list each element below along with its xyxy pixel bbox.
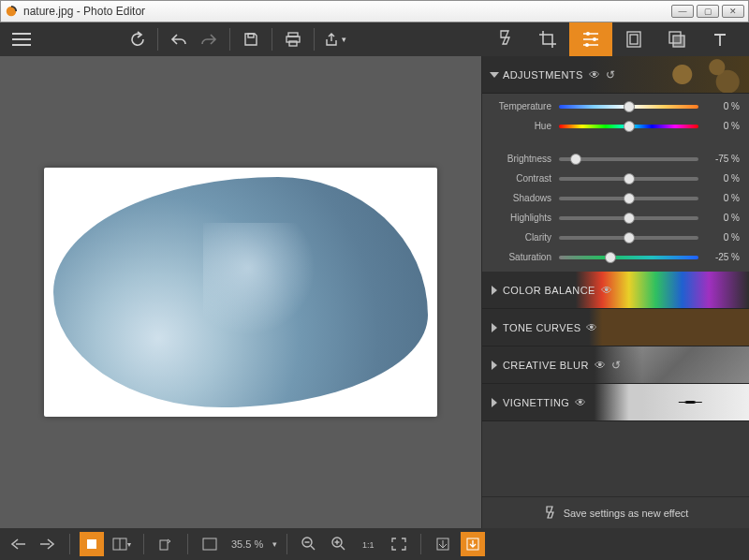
zoom-value: 35.5 % — [228, 538, 267, 550]
save-button[interactable] — [236, 26, 266, 52]
undo-button[interactable] — [164, 26, 194, 52]
tool-tab-effects[interactable] — [483, 22, 526, 56]
section-vignetting[interactable]: VIGNETTING👁 — [482, 384, 749, 421]
slider-thumb[interactable] — [624, 232, 635, 243]
apply-button[interactable] — [431, 532, 455, 556]
tool-tab-overlay[interactable] — [655, 22, 698, 56]
fullscreen-button[interactable] — [387, 532, 411, 556]
slider-value: 0 % — [706, 193, 740, 203]
tool-tab-adjust[interactable] — [569, 22, 612, 56]
slider-value: 0 % — [706, 173, 740, 184]
slider-label: Temperature — [492, 101, 551, 111]
slider-value: 0 % — [706, 213, 740, 223]
minimize-button[interactable]: — — [671, 5, 694, 18]
zoom-dropdown-icon[interactable]: ▾ — [272, 539, 277, 549]
rotate-button[interactable] — [154, 532, 178, 556]
section-tone-curves[interactable]: TONE CURVES👁 — [482, 309, 749, 346]
section-adjustments[interactable]: ADJUSTMENTS 👁 ↺ — [482, 56, 749, 94]
svg-rect-9 — [630, 35, 638, 44]
tool-tab-text[interactable] — [698, 22, 742, 56]
slider-track-highlights[interactable] — [559, 216, 698, 220]
chevron-right-icon — [492, 323, 497, 332]
share-button[interactable]: ▾ — [320, 26, 350, 52]
save-as-effect-button[interactable]: Save settings as new effect — [482, 496, 749, 528]
chevron-right-icon — [492, 361, 497, 370]
adjustments-controls: Temperature 0 % Hue 0 % Brightness -75 %… — [482, 94, 749, 272]
svg-point-6 — [593, 37, 596, 41]
compare-button[interactable]: ▾ — [110, 532, 134, 556]
flask-icon — [543, 505, 556, 522]
slider-brightness: Brightness -75 % — [492, 154, 740, 164]
slider-thumb[interactable] — [624, 101, 635, 112]
image-canvas[interactable] — [44, 168, 437, 417]
slider-track-temperature[interactable] — [559, 105, 698, 109]
thumb-view-button[interactable] — [80, 532, 104, 556]
titlebar: nature.jpg - Photo Editor — ▢ ✕ — [0, 0, 749, 22]
section-label: VIGNETTING — [503, 397, 569, 408]
eye-icon[interactable]: 👁 — [601, 284, 612, 297]
zoom-out-button[interactable] — [297, 532, 321, 556]
slider-label: Hue — [492, 121, 551, 131]
section-label: COLOR BALANCE — [503, 285, 595, 296]
slider-track-clarity[interactable] — [559, 236, 698, 240]
slider-track-saturation[interactable] — [559, 256, 698, 259]
svg-point-5 — [586, 32, 590, 36]
section-color-balance[interactable]: COLOR BALANCE👁 — [482, 272, 749, 309]
eye-icon[interactable]: 👁 — [589, 68, 600, 81]
svg-point-7 — [585, 43, 589, 47]
canvas-wrap — [0, 56, 481, 528]
section-creative-blur[interactable]: CREATIVE BLUR👁↺ — [482, 346, 749, 384]
undo-all-button[interactable] — [122, 26, 152, 52]
slider-thumb[interactable] — [624, 173, 635, 184]
export-button[interactable] — [461, 532, 485, 556]
slider-value: 0 % — [706, 101, 740, 111]
photo-preview — [53, 177, 428, 407]
chevron-down-icon — [490, 72, 499, 78]
slider-thumb[interactable] — [624, 213, 635, 224]
slider-thumb[interactable] — [570, 154, 581, 165]
redo-button[interactable] — [194, 26, 224, 52]
next-image-button[interactable] — [36, 532, 60, 556]
slider-shadows: Shadows 0 % — [492, 193, 740, 203]
divider — [314, 28, 315, 51]
divider — [157, 28, 158, 51]
save-as-effect-label: Save settings as new effect — [564, 508, 689, 519]
slider-thumb[interactable] — [605, 252, 616, 263]
content-area: ADJUSTMENTS 👁 ↺ Temperature 0 % Hue 0 % … — [0, 56, 749, 528]
chevron-right-icon — [492, 286, 497, 295]
main-toolbar: ▾ — [0, 22, 749, 56]
slider-value: 0 % — [706, 232, 740, 243]
status-bar: ▾ 35.5 % ▾ 1:1 — [0, 528, 749, 560]
slider-track-brightness[interactable] — [559, 157, 698, 161]
slider-contrast: Contrast 0 % — [492, 173, 740, 184]
svg-rect-15 — [203, 538, 216, 550]
slider-value: -75 % — [706, 154, 740, 164]
slider-track-contrast[interactable] — [559, 177, 698, 181]
eye-icon[interactable]: 👁 — [575, 396, 586, 409]
slider-temperature: Temperature 0 % — [492, 101, 740, 111]
slider-track-hue[interactable] — [559, 125, 698, 128]
menu-button[interactable] — [6, 26, 37, 52]
close-button[interactable]: ✕ — [722, 5, 744, 18]
eye-icon[interactable]: 👁 — [595, 359, 606, 372]
slider-thumb[interactable] — [624, 121, 635, 132]
actual-size-button[interactable]: 1:1 — [357, 532, 381, 556]
slider-thumb[interactable] — [624, 193, 635, 204]
chevron-right-icon — [492, 398, 497, 407]
eye-icon[interactable]: 👁 — [586, 321, 597, 334]
reset-icon[interactable]: ↺ — [611, 359, 621, 372]
zoom-in-button[interactable] — [327, 532, 351, 556]
tool-tab-crop[interactable] — [526, 22, 569, 56]
tool-tab-frames[interactable] — [612, 22, 655, 56]
divider — [272, 28, 272, 51]
slider-hue: Hue 0 % — [492, 121, 740, 131]
svg-rect-12 — [87, 539, 96, 549]
prev-image-button[interactable] — [6, 532, 30, 556]
slider-track-shadows[interactable] — [559, 197, 698, 200]
slider-clarity: Clarity 0 % — [492, 232, 740, 243]
reset-icon[interactable]: ↺ — [606, 68, 615, 81]
print-button[interactable] — [278, 26, 308, 52]
fit-button[interactable] — [198, 532, 222, 556]
maximize-button[interactable]: ▢ — [697, 5, 719, 18]
svg-rect-1 — [248, 34, 254, 37]
